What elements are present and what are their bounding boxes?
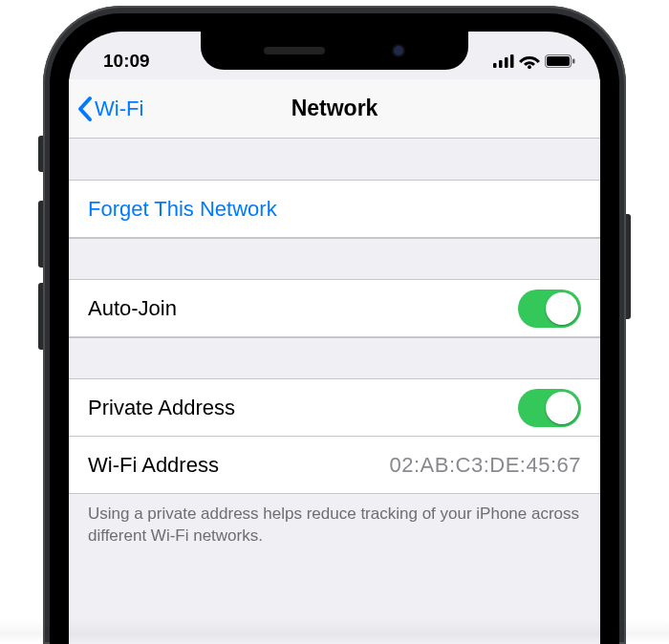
auto-join-toggle[interactable] — [518, 290, 581, 328]
svg-rect-1 — [499, 60, 503, 68]
svg-rect-0 — [493, 63, 497, 68]
section-gap — [69, 139, 600, 181]
wifi-address-row: Wi-Fi Address 02:AB:C3:DE:45:67 — [69, 437, 600, 494]
svg-point-4 — [528, 65, 531, 69]
phone-speaker — [264, 47, 325, 54]
status-right — [493, 54, 575, 69]
svg-rect-2 — [505, 57, 508, 68]
section-gap — [69, 238, 600, 280]
nav-bar: Wi-Fi Network — [69, 79, 600, 139]
settings-content: Forget This Network Auto-Join Private Ad… — [69, 139, 600, 567]
section-gap — [69, 337, 600, 379]
svg-rect-7 — [572, 59, 575, 64]
auto-join-label: Auto-Join — [88, 296, 518, 321]
private-address-row: Private Address — [69, 379, 600, 437]
battery-icon — [545, 54, 575, 68]
wifi-address-value: 02:AB:C3:DE:45:67 — [389, 453, 581, 478]
svg-rect-6 — [547, 56, 570, 66]
back-button[interactable]: Wi-Fi — [76, 79, 143, 139]
forget-network-row[interactable]: Forget This Network — [69, 181, 600, 238]
phone-screen: 10:09 — [69, 32, 600, 644]
phone-front-camera — [392, 44, 405, 57]
svg-rect-3 — [510, 54, 514, 68]
phone-notch — [201, 32, 468, 70]
toggle-knob — [546, 292, 578, 325]
wifi-icon — [519, 54, 540, 69]
cellular-signal-icon — [493, 54, 514, 68]
back-button-label: Wi-Fi — [95, 97, 143, 121]
stage: 10:09 — [0, 0, 669, 644]
status-time: 10:09 — [103, 51, 150, 72]
toggle-knob — [546, 392, 578, 424]
private-address-label: Private Address — [88, 396, 518, 420]
chevron-left-icon — [76, 96, 93, 122]
forget-network-label: Forget This Network — [88, 197, 581, 222]
wifi-address-label: Wi-Fi Address — [88, 453, 389, 478]
page-title: Network — [291, 96, 378, 121]
private-address-footer: Using a private address helps reduce tra… — [69, 494, 600, 567]
private-address-toggle[interactable] — [518, 389, 581, 427]
auto-join-row: Auto-Join — [69, 280, 600, 337]
